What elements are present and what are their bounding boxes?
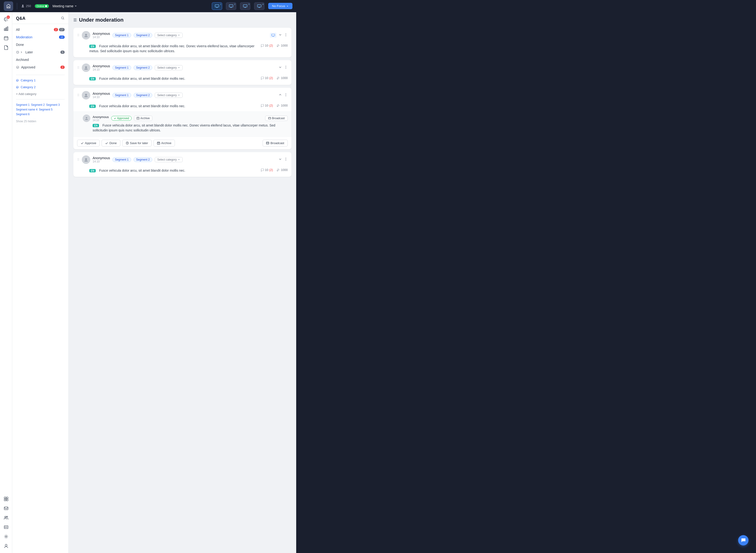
monitor-3-button[interactable]: 3	[240, 2, 250, 10]
more-options-icon-4[interactable]	[284, 157, 288, 162]
segment-badge-4a[interactable]: Segment 1	[112, 157, 131, 162]
svg-point-13	[5, 516, 6, 518]
like-count-4: 1000	[281, 168, 288, 172]
drag-handle-2[interactable]: ⠿	[77, 66, 79, 70]
svg-point-33	[285, 93, 286, 94]
svg-rect-1	[229, 5, 233, 7]
no-focus-button[interactable]: No Focus	[268, 3, 292, 9]
mail-icon-btn[interactable]	[2, 504, 10, 512]
sidebar-category-1[interactable]: Category 1	[12, 77, 68, 84]
save-for-later-button[interactable]: Save for later	[122, 140, 152, 147]
more-options-icon-1[interactable]	[284, 33, 288, 37]
people-icon-btn[interactable]	[2, 514, 10, 522]
sidebar-item-approved[interactable]: Approved 2	[12, 64, 68, 71]
sidebar-item-archived[interactable]: Archived	[12, 56, 68, 64]
lang-badge-sub: EN	[93, 124, 99, 127]
segment-badge-3a[interactable]: Segment 1	[112, 93, 131, 97]
grid-icon-btn[interactable]	[2, 495, 10, 503]
category-select-1[interactable]: Select category	[155, 33, 183, 38]
svg-point-27	[285, 36, 286, 36]
archived-label: Archived	[16, 58, 29, 62]
monitor-icon-1[interactable]	[270, 33, 276, 38]
category-select-2[interactable]: Select category	[155, 65, 183, 70]
segment-5-tag[interactable]: Segment 5	[39, 108, 53, 111]
done-label: Done	[16, 43, 24, 47]
archive-button[interactable]: Archive	[154, 140, 175, 147]
category-select-4[interactable]: Select category	[155, 157, 183, 162]
segment-badge-3b[interactable]: Segment 2	[134, 93, 152, 97]
monitor-2-button[interactable]: 2	[226, 2, 236, 10]
svg-point-16	[5, 536, 7, 537]
segment-badge-2b[interactable]: Segment 2	[134, 65, 152, 70]
meeting-name-button[interactable]: Meeting name	[53, 4, 77, 8]
segment-name-4-tag[interactable]: Segment name 4	[16, 108, 37, 111]
drag-handle-1[interactable]: ⠿	[77, 33, 79, 37]
question-3-action-bar: Approve Done Save for later Archive	[73, 137, 291, 149]
user-icon-btn[interactable]	[2, 542, 10, 550]
document-icon-btn[interactable]	[2, 43, 10, 52]
qa-sidebar-header: Q&A	[12, 16, 68, 24]
category-select-3[interactable]: Select category	[155, 93, 183, 98]
sidebar-item-moderation[interactable]: Moderation 10	[12, 33, 68, 41]
done-button[interactable]: Done	[101, 140, 120, 147]
approve-button[interactable]: Approve	[77, 140, 100, 147]
sidebar-item-later[interactable]: Later 5	[12, 49, 68, 56]
icon-sidebar: 11	[0, 12, 12, 553]
broadcast-button-sub[interactable]: Broadcast	[265, 116, 288, 121]
chevron-up-icon-3[interactable]	[278, 93, 282, 97]
svg-point-29	[285, 66, 286, 66]
segment-3-tag[interactable]: Segment 3	[46, 103, 60, 106]
menu-icon: ☰	[73, 18, 77, 22]
svg-point-23	[85, 34, 87, 36]
chevron-down-icon-1[interactable]	[278, 33, 282, 37]
question-4-text: Fusce vehicula dolor arcu, sit amet blan…	[99, 169, 185, 172]
avatar-3	[82, 91, 90, 99]
search-icon[interactable]	[61, 16, 65, 21]
svg-point-14	[6, 516, 7, 518]
settings-icon-btn[interactable]	[2, 532, 10, 541]
question-1-header: ⠿ Anonymous 14:10 Segment 1 Segment 2 Se…	[73, 28, 291, 43]
svg-point-22	[16, 86, 18, 88]
chevron-down-icon-4[interactable]	[278, 157, 282, 162]
segment-badge-4b[interactable]: Segment 2	[134, 157, 152, 162]
chart-icon-btn[interactable]	[2, 24, 10, 33]
segment-6-tag[interactable]: Segment 6	[16, 112, 30, 116]
more-options-icon-2[interactable]	[284, 65, 288, 70]
add-category-button[interactable]: + Add category	[12, 90, 68, 97]
sidebar-item-done[interactable]: Done	[12, 41, 68, 49]
archive-button-sub[interactable]: Archive	[134, 116, 152, 121]
all-badge-gray: 17	[59, 28, 65, 31]
broadcast-button[interactable]: Broadcast	[263, 140, 288, 147]
segment-badge-2a[interactable]: Segment 1	[112, 65, 131, 70]
segment-2-tag[interactable]: Segment 2	[31, 103, 45, 106]
question-2-header: ⠿ Anonymous 14:10 Segment 1 Segment 2 Se…	[73, 60, 291, 75]
comment-count-3: 10	[265, 104, 268, 107]
comment-new-3: (2)	[269, 104, 273, 107]
calendar-icon-btn[interactable]	[2, 34, 10, 42]
approved-label: Approved	[21, 65, 35, 69]
chat-icon-btn[interactable]: 11	[2, 15, 10, 23]
lang-badge-3: EN	[89, 105, 96, 108]
segment-badge-1b[interactable]: Segment 2	[134, 33, 152, 37]
question-4-time: 14:10	[93, 160, 110, 163]
show-hidden-link[interactable]: Show 25 hidden	[12, 118, 68, 125]
drag-handle-3[interactable]: ⠿	[77, 93, 79, 97]
monitor-1-button[interactable]: 1	[212, 2, 222, 10]
like-count-1: 1000	[281, 44, 288, 47]
sidebar-item-all[interactable]: All 2 17	[12, 26, 68, 33]
barcode-icon-btn[interactable]	[2, 523, 10, 531]
segment-1-tag[interactable]: Segment 1	[16, 103, 30, 106]
svg-rect-8	[4, 497, 6, 499]
segment-badge-1a[interactable]: Segment 1	[112, 33, 131, 37]
avatar-1	[82, 31, 90, 40]
sidebar-category-2[interactable]: Category 2	[12, 84, 68, 90]
category-select-2-label: Select category	[157, 66, 177, 69]
question-1-text: Fusce vehicula dolor arcu, sit amet blan…	[89, 44, 254, 53]
drag-handle-4[interactable]: ⠿	[77, 158, 79, 162]
sub-time: 14:10	[93, 119, 109, 122]
later-label: Later	[25, 50, 33, 54]
chevron-down-icon-2[interactable]	[278, 65, 282, 70]
more-options-icon-3[interactable]	[284, 93, 288, 97]
question-4-stats: 10 (2) 1000	[261, 168, 288, 172]
monitor-4-button[interactable]: 4	[254, 2, 264, 10]
